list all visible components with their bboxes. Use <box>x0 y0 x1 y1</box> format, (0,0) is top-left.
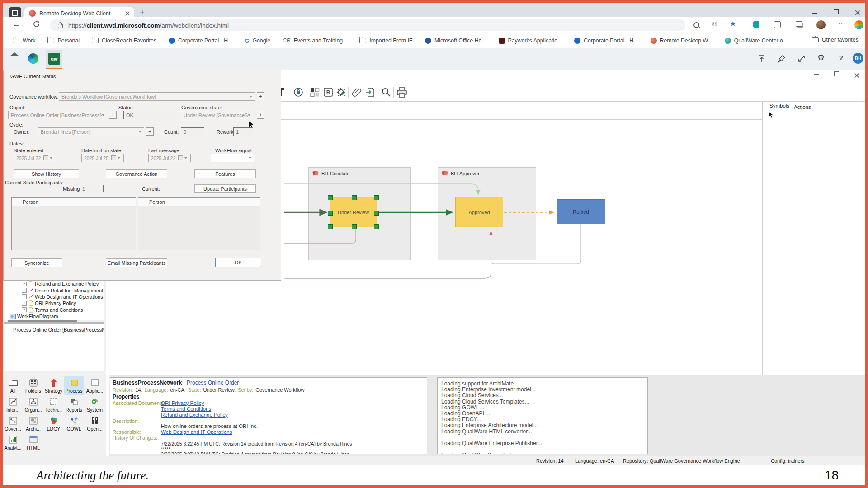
missing-field[interactable]: 1 <box>80 185 104 192</box>
calendar-icon[interactable] <box>111 155 116 160</box>
chevron-down-icon[interactable] <box>118 157 120 159</box>
bookmark-google[interactable]: GGoogle <box>245 38 270 44</box>
person-column-header[interactable]: Person <box>138 198 260 206</box>
selection-handle[interactable] <box>374 211 379 216</box>
palette-all[interactable]: All <box>3 376 23 395</box>
chevron-down-icon[interactable] <box>248 114 250 116</box>
palette-analytics[interactable]: Analyt... <box>3 433 23 452</box>
expand-icon[interactable]: + <box>22 307 27 312</box>
pointer-tool-icon[interactable] <box>769 111 774 121</box>
palette-applications[interactable]: Applic... <box>85 376 105 395</box>
user-avatar[interactable]: BH <box>853 53 863 64</box>
governance-state-field[interactable]: Under Review [GovernanceStat <box>181 111 253 119</box>
node-approved[interactable]: Approved <box>455 197 503 227</box>
palette-strategy[interactable]: Strategy <box>43 376 64 395</box>
bookmark-office[interactable]: Microsoft Office Ho... <box>425 38 486 44</box>
expand-icon[interactable]: + <box>22 282 27 286</box>
bookmark-closereach[interactable]: CloseReach Favorites <box>92 38 156 44</box>
collections-icon[interactable] <box>796 21 802 27</box>
profile-avatar[interactable] <box>816 20 826 29</box>
edge-icon[interactable] <box>28 53 38 64</box>
last-message-field[interactable]: 2025 Jul 22 <box>148 154 191 162</box>
url-address-bar[interactable]: https://client.wvd.microsoft.com/arm/web… <box>50 19 685 31</box>
object-field[interactable]: Process Online Order [BusinessProcessNet… <box>8 111 107 119</box>
bookmark-corporate-portal-2[interactable]: Corporate Portal - H... <box>574 38 638 44</box>
palette-technology[interactable]: Techn... <box>43 395 64 414</box>
chevron-down-icon[interactable] <box>139 131 142 133</box>
object-list-item[interactable]: Process Online Order [BusinessProcessNet… <box>4 326 104 334</box>
home-icon[interactable] <box>11 56 19 61</box>
palette-architecture[interactable]: Archi... <box>23 414 43 433</box>
feedback-smiley-icon[interactable]: ☺ <box>711 19 718 28</box>
bookmark-corporate-portal[interactable]: Corporate Portal - H... <box>169 38 232 44</box>
window-maximize-icon[interactable] <box>834 9 839 14</box>
assoc-doc-link[interactable]: Terms and Conditions <box>161 406 211 412</box>
upload-icon[interactable] <box>758 55 766 65</box>
chevron-down-icon[interactable] <box>249 157 251 159</box>
governance-workflow-add-button[interactable]: + <box>257 92 264 100</box>
bookmark-payworks[interactable]: Payworks Applicatio... <box>499 38 562 44</box>
chevron-down-icon[interactable] <box>184 157 187 159</box>
palette-information[interactable]: Infor... <box>3 395 23 414</box>
expand-icon[interactable]: + <box>22 294 27 299</box>
assoc-doc-link[interactable]: Refund and Exchange Policy <box>161 412 228 418</box>
tree-item-workflowdiagram[interactable]: WorkFlowDiagram <box>4 313 104 319</box>
help-icon[interactable]: ? <box>839 54 843 61</box>
node-under-review[interactable]: Under Review <box>330 197 377 227</box>
palette-reports[interactable]: Reports <box>64 395 84 414</box>
responsible-link[interactable]: Web Design and IT Operations <box>161 429 232 435</box>
layout-icon[interactable] <box>309 87 320 98</box>
palette-organization[interactable]: Organ... <box>23 395 43 414</box>
selection-handle[interactable] <box>328 224 333 229</box>
state-entered-field[interactable]: 2025 Jul 22 <box>14 154 56 162</box>
extension-icon[interactable] <box>774 21 781 28</box>
syncronize-button[interactable]: Syncronize <box>11 258 62 267</box>
count-field[interactable]: 0 <box>181 127 204 136</box>
workflow-signal-field[interactable] <box>211 154 254 162</box>
selection-handle[interactable] <box>374 224 379 229</box>
person-column-header[interactable]: Person <box>12 198 136 206</box>
selection-handle[interactable] <box>374 195 379 200</box>
gear-add-icon[interactable] <box>335 87 346 98</box>
owner-field[interactable]: Brenda Hines [Person] <box>38 127 144 136</box>
more-menu-icon[interactable]: … <box>838 18 846 26</box>
tab-close-icon[interactable] <box>125 11 130 16</box>
tree-item[interactable]: + Terms and Conditions <box>4 307 104 313</box>
tree-item[interactable]: + Online Retail Inc. Management <box>4 287 104 293</box>
pin-icon[interactable] <box>778 55 786 65</box>
calendar-icon[interactable] <box>178 155 183 160</box>
settings-gear-icon[interactable]: ⚙ <box>817 52 825 62</box>
chevron-down-icon[interactable] <box>50 157 52 159</box>
favorite-star-icon[interactable]: ★ <box>730 19 736 28</box>
governance-state-add-button[interactable]: + <box>257 111 264 119</box>
search-icon[interactable] <box>693 22 699 28</box>
email-missing-participants-button[interactable]: Email Missing Participants <box>106 258 167 267</box>
governance-workflow-field[interactable]: Brenda's Workflow [GovernanceWorkFlow] <box>59 92 255 101</box>
chevron-down-icon[interactable] <box>102 114 104 116</box>
export-doc-icon[interactable] <box>365 87 376 98</box>
palette-html[interactable]: HTML <box>23 433 43 452</box>
tree-item[interactable]: + Refund and Exchange Policy <box>4 281 104 287</box>
symbols-panel-header[interactable]: Symbols <box>769 103 789 108</box>
tree-scrollbar[interactable] <box>8 320 77 322</box>
date-limit-field[interactable]: 2025 Jul 25 <box>81 154 124 162</box>
missing-participants-list[interactable]: Person <box>11 197 136 250</box>
owner-add-button[interactable]: + <box>146 127 154 136</box>
current-participants-list[interactable]: Person <box>138 197 260 250</box>
governance-action-button[interactable]: Governance Action <box>106 169 167 178</box>
palette-system[interactable]: System <box>85 395 105 414</box>
assoc-doc-link[interactable]: ORI Privacy Policy <box>161 400 204 406</box>
sync-lock-icon[interactable] <box>293 87 304 98</box>
object-list-panel[interactable]: Process Online Order [BusinessProcessNet… <box>4 324 104 371</box>
actions-panel-header[interactable]: Actions <box>794 104 811 110</box>
zoom-icon[interactable] <box>381 87 392 98</box>
object-add-button[interactable]: + <box>109 111 117 119</box>
teal-extension-icon[interactable] <box>753 21 760 28</box>
window-close-icon[interactable] <box>855 9 861 14</box>
palette-gowl[interactable]: GOWL <box>64 414 84 433</box>
bookmark-work[interactable]: Work <box>13 38 35 44</box>
expand-icon[interactable]: + <box>22 288 27 293</box>
selection-handle[interactable] <box>352 195 357 200</box>
window-minimize-icon[interactable] <box>812 9 817 14</box>
palette-open[interactable]: Open... <box>85 414 105 433</box>
